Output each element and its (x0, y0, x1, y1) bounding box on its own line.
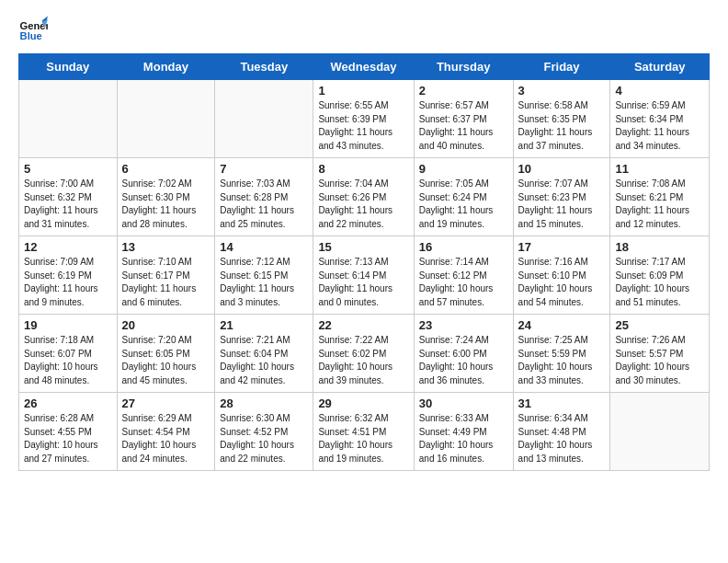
day-info: Sunrise: 7:21 AMSunset: 6:04 PMDaylight:… (220, 334, 308, 387)
day-info: Sunrise: 7:25 AMSunset: 5:59 PMDaylight:… (518, 334, 606, 387)
day-info: Sunrise: 6:33 AMSunset: 4:49 PMDaylight:… (419, 412, 508, 465)
calendar-cell (215, 80, 313, 158)
day-number: 26 (24, 396, 112, 410)
calendar-cell: 9Sunrise: 7:05 AMSunset: 6:24 PMDaylight… (414, 158, 513, 236)
calendar-cell: 12Sunrise: 7:09 AMSunset: 6:19 PMDayligh… (19, 236, 118, 315)
page: General Blue SundayMondayTuesdayWednesda… (0, 0, 728, 489)
calendar-cell (610, 393, 710, 471)
day-number: 4 (615, 84, 704, 98)
day-info: Sunrise: 7:05 AMSunset: 6:24 PMDaylight:… (419, 178, 508, 231)
day-number: 18 (615, 240, 704, 254)
day-number: 8 (318, 162, 408, 176)
calendar-cell: 7Sunrise: 7:03 AMSunset: 6:28 PMDaylight… (215, 158, 313, 236)
day-info: Sunrise: 7:12 AMSunset: 6:15 PMDaylight:… (220, 256, 308, 309)
weekday-header-saturday: Saturday (610, 54, 710, 80)
calendar-cell: 27Sunrise: 6:29 AMSunset: 4:54 PMDayligh… (117, 393, 215, 471)
calendar-cell: 8Sunrise: 7:04 AMSunset: 6:26 PMDaylight… (313, 158, 414, 236)
day-number: 5 (24, 162, 112, 176)
calendar-cell: 13Sunrise: 7:10 AMSunset: 6:17 PMDayligh… (117, 236, 215, 315)
weekday-header-sunday: Sunday (19, 54, 118, 80)
day-info: Sunrise: 6:55 AMSunset: 6:39 PMDaylight:… (318, 99, 408, 153)
day-info: Sunrise: 7:10 AMSunset: 6:17 PMDaylight:… (122, 256, 210, 309)
day-info: Sunrise: 6:32 AMSunset: 4:51 PMDaylight:… (318, 412, 408, 465)
calendar-cell: 14Sunrise: 7:12 AMSunset: 6:15 PMDayligh… (215, 236, 313, 315)
weekday-header-tuesday: Tuesday (215, 54, 313, 80)
day-info: Sunrise: 6:57 AMSunset: 6:37 PMDaylight:… (419, 99, 508, 153)
day-info: Sunrise: 7:14 AMSunset: 6:12 PMDaylight:… (419, 256, 508, 309)
day-info: Sunrise: 7:22 AMSunset: 6:02 PMDaylight:… (318, 334, 408, 387)
calendar-cell: 19Sunrise: 7:18 AMSunset: 6:07 PMDayligh… (19, 315, 118, 393)
day-number: 10 (518, 162, 606, 176)
calendar: SundayMondayTuesdayWednesdayThursdayFrid… (18, 53, 710, 471)
day-info: Sunrise: 6:59 AMSunset: 6:34 PMDaylight:… (615, 99, 704, 153)
day-number: 15 (318, 240, 408, 254)
calendar-cell: 5Sunrise: 7:00 AMSunset: 6:32 PMDaylight… (19, 158, 118, 236)
week-row-4: 19Sunrise: 7:18 AMSunset: 6:07 PMDayligh… (19, 315, 710, 393)
logo-icon: General Blue (18, 15, 48, 44)
calendar-cell (19, 80, 118, 158)
day-number: 2 (419, 84, 508, 98)
calendar-cell: 2Sunrise: 6:57 AMSunset: 6:37 PMDaylight… (414, 80, 513, 158)
day-number: 6 (122, 162, 210, 176)
calendar-cell: 23Sunrise: 7:24 AMSunset: 6:00 PMDayligh… (414, 315, 513, 393)
day-number: 28 (220, 396, 308, 410)
weekday-header-thursday: Thursday (414, 54, 513, 80)
day-info: Sunrise: 7:08 AMSunset: 6:21 PMDaylight:… (615, 178, 704, 231)
calendar-cell: 17Sunrise: 7:16 AMSunset: 6:10 PMDayligh… (513, 236, 610, 315)
day-info: Sunrise: 7:02 AMSunset: 6:30 PMDaylight:… (122, 178, 210, 231)
week-row-5: 26Sunrise: 6:28 AMSunset: 4:55 PMDayligh… (19, 393, 710, 471)
day-info: Sunrise: 7:16 AMSunset: 6:10 PMDaylight:… (518, 256, 606, 309)
day-info: Sunrise: 7:00 AMSunset: 6:32 PMDaylight:… (24, 178, 112, 231)
day-number: 24 (518, 318, 606, 332)
calendar-cell: 29Sunrise: 6:32 AMSunset: 4:51 PMDayligh… (313, 393, 414, 471)
day-info: Sunrise: 6:34 AMSunset: 4:48 PMDaylight:… (518, 412, 606, 465)
day-info: Sunrise: 7:20 AMSunset: 6:05 PMDaylight:… (122, 334, 210, 387)
calendar-cell: 10Sunrise: 7:07 AMSunset: 6:23 PMDayligh… (513, 158, 610, 236)
calendar-cell: 28Sunrise: 6:30 AMSunset: 4:52 PMDayligh… (215, 393, 313, 471)
day-number: 7 (220, 162, 308, 176)
day-number: 20 (122, 318, 210, 332)
day-number: 12 (24, 240, 112, 254)
day-number: 11 (615, 162, 704, 176)
day-info: Sunrise: 7:17 AMSunset: 6:09 PMDaylight:… (615, 256, 704, 309)
calendar-cell: 22Sunrise: 7:22 AMSunset: 6:02 PMDayligh… (313, 315, 414, 393)
weekday-header-wednesday: Wednesday (313, 54, 414, 80)
day-number: 22 (318, 318, 408, 332)
calendar-cell: 21Sunrise: 7:21 AMSunset: 6:04 PMDayligh… (215, 315, 313, 393)
day-info: Sunrise: 6:58 AMSunset: 6:35 PMDaylight:… (518, 99, 606, 153)
day-number: 13 (122, 240, 210, 254)
day-info: Sunrise: 7:07 AMSunset: 6:23 PMDaylight:… (518, 178, 606, 231)
day-number: 31 (518, 396, 606, 410)
week-row-1: 1Sunrise: 6:55 AMSunset: 6:39 PMDaylight… (19, 80, 710, 158)
day-number: 14 (220, 240, 308, 254)
calendar-cell: 11Sunrise: 7:08 AMSunset: 6:21 PMDayligh… (610, 158, 710, 236)
calendar-cell: 18Sunrise: 7:17 AMSunset: 6:09 PMDayligh… (610, 236, 710, 315)
week-row-2: 5Sunrise: 7:00 AMSunset: 6:32 PMDaylight… (19, 158, 710, 236)
day-info: Sunrise: 7:26 AMSunset: 5:57 PMDaylight:… (615, 334, 704, 387)
day-info: Sunrise: 6:30 AMSunset: 4:52 PMDaylight:… (220, 412, 308, 465)
calendar-cell: 3Sunrise: 6:58 AMSunset: 6:35 PMDaylight… (513, 80, 610, 158)
header: General Blue (18, 15, 710, 44)
calendar-cell: 30Sunrise: 6:33 AMSunset: 4:49 PMDayligh… (414, 393, 513, 471)
day-number: 21 (220, 318, 308, 332)
svg-text:Blue: Blue (20, 30, 42, 41)
day-number: 23 (419, 318, 508, 332)
calendar-cell: 6Sunrise: 7:02 AMSunset: 6:30 PMDaylight… (117, 158, 215, 236)
day-number: 9 (419, 162, 508, 176)
calendar-cell: 4Sunrise: 6:59 AMSunset: 6:34 PMDaylight… (610, 80, 710, 158)
day-info: Sunrise: 7:09 AMSunset: 6:19 PMDaylight:… (24, 256, 112, 309)
day-info: Sunrise: 7:24 AMSunset: 6:00 PMDaylight:… (419, 334, 508, 387)
weekday-header-monday: Monday (117, 54, 215, 80)
week-row-3: 12Sunrise: 7:09 AMSunset: 6:19 PMDayligh… (19, 236, 710, 315)
calendar-cell (117, 80, 215, 158)
day-info: Sunrise: 7:03 AMSunset: 6:28 PMDaylight:… (220, 178, 308, 231)
weekday-header-friday: Friday (513, 54, 610, 80)
day-info: Sunrise: 6:28 AMSunset: 4:55 PMDaylight:… (24, 412, 112, 465)
day-number: 19 (24, 318, 112, 332)
calendar-cell: 20Sunrise: 7:20 AMSunset: 6:05 PMDayligh… (117, 315, 215, 393)
calendar-cell: 15Sunrise: 7:13 AMSunset: 6:14 PMDayligh… (313, 236, 414, 315)
day-number: 25 (615, 318, 704, 332)
day-info: Sunrise: 6:29 AMSunset: 4:54 PMDaylight:… (122, 412, 210, 465)
day-info: Sunrise: 7:18 AMSunset: 6:07 PMDaylight:… (24, 334, 112, 387)
calendar-cell: 1Sunrise: 6:55 AMSunset: 6:39 PMDaylight… (313, 80, 414, 158)
